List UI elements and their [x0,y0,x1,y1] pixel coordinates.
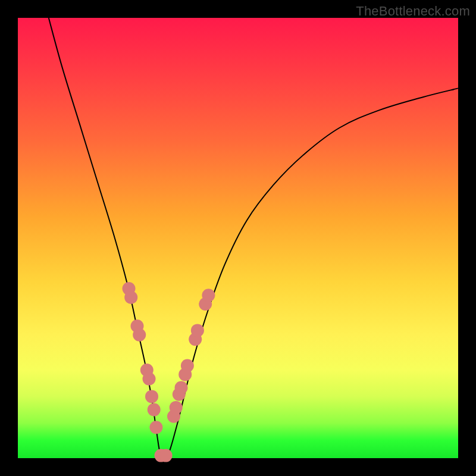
data-point [175,381,188,394]
data-point [202,289,215,302]
bottleneck-curve [49,18,458,459]
watermark: TheBottleneck.com [356,4,470,19]
data-point [148,403,161,416]
data-point [170,401,183,414]
data-point [145,390,158,403]
data-point [191,324,204,337]
data-point [133,328,146,342]
data-point [149,421,162,434]
data-point [143,372,156,386]
chart-canvas: TheBottleneck.com [0,0,476,476]
data-point [181,359,194,372]
data-point [124,291,137,304]
data-point [159,449,173,462]
chart-overlay [0,0,476,476]
